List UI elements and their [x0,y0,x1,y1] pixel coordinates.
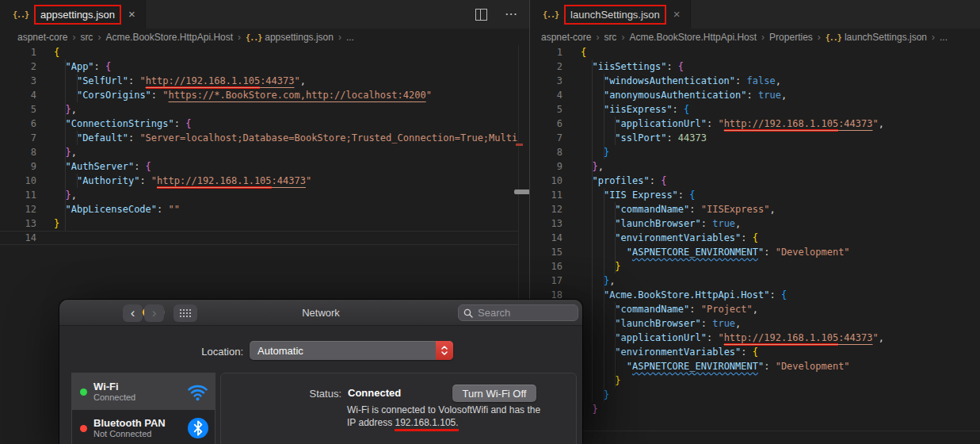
code-token: : [741,346,752,358]
line-number: 17 [530,274,562,288]
line-number: 8 [530,145,562,159]
line-number: 9 [530,159,562,174]
code-token: "launchBrowser" [615,318,700,329]
service-row-bluetooth-pan[interactable]: Bluetooth PANNot Connected [72,410,215,444]
code-token: , [71,189,77,201]
line-number: 3 [0,74,36,88]
search-input[interactable] [476,306,573,320]
code-token: } [592,161,597,172]
code-line: 4 "CorsOrigins": "https://*.BookStore.co… [0,88,529,102]
service-row-wi-fi[interactable]: Wi-FiConnected [72,373,215,410]
search-field[interactable] [458,304,578,321]
code-token: { [753,232,758,243]
service-status: Not Connected [93,429,185,439]
back-button[interactable]: ‹ [123,304,143,322]
code-editor-left[interactable]: 1{2 "App": {3 "SelfUrl": "http://192.168… [0,45,529,245]
more-actions-icon[interactable]: ⋯ [505,10,518,18]
line-number: 2 [0,59,36,74]
code-line: 5 }, [0,102,529,117]
breadcrumb-item[interactable]: src [80,32,93,43]
code-line: 3 "windowsAuthentication": false, [530,74,980,88]
code-token: ASPNETCORE_ENVIRONMENT [632,247,758,258]
breadcrumb-item[interactable]: aspnet-core [541,32,591,43]
breadcrumb-file[interactable]: appsettings.json [265,32,334,43]
code-token: } [592,404,597,415]
location-dropdown[interactable]: Automatic [250,341,453,360]
code-token: , [300,75,306,86]
line-number: 1 [0,45,36,59]
tab-label: appsettings.json [40,9,115,21]
network-window: ‹ › Network Location: Automatic Wi-FiCon… [59,300,582,444]
chevron-right-icon: › [757,32,769,43]
code-token: , [769,204,775,215]
code-token: "windowsAuthentication" [604,75,735,86]
code-editor-right[interactable]: 1{2 "iisSettings": {3 "windowsAuthentica… [530,45,980,416]
code-line: 11 "IIS Express": { [530,188,980,202]
code-token [581,232,615,243]
close-icon[interactable]: × [673,9,681,20]
code-token: : [747,90,758,101]
status-dot [80,388,87,396]
breadcrumb-tail[interactable]: ... [940,32,948,43]
ip-address-annotated: 192.168.1.105. [395,417,458,431]
code-token: } [65,189,71,201]
line-number: 9 [0,159,36,174]
breadcrumb-item[interactable]: Acme.BookStore.HttpApi.Host [629,32,757,43]
code-line: 12 "AbpLicenseCode": "" [0,202,529,216]
split-editor-icon[interactable] [475,9,487,21]
line-number: 7 [0,131,36,145]
code-token: "Acme.BookStore.HttpApi.Host" [604,289,770,300]
breadcrumb-item[interactable]: Properties [769,32,813,43]
code-token [581,104,604,115]
tab-appsettings[interactable]: {..} appsettings.json × [0,0,146,29]
code-line: 13} [0,216,529,231]
status-panel: Status: Connected Turn Wi-Fi Off Wi-Fi i… [220,373,577,444]
code-token: "ConnectionStrings" [65,118,174,129]
show-all-grid-button[interactable] [174,304,197,322]
line-number: 13 [530,216,562,231]
wifi-icon [187,383,208,401]
close-icon[interactable]: × [128,9,135,20]
stepper-icon [436,341,453,360]
code-line: 15 "ASPNETCORE_ENVIRONMENT": "Developmen… [530,245,980,259]
code-token: ASPNETCORE_ENVIRONMENT [632,361,758,372]
code-line: 8 }, [0,145,529,159]
code-token [581,61,592,72]
tabbar-left: {..} appsettings.json × ⋯ [0,0,529,29]
code-token: " [426,90,432,101]
breadcrumb-file[interactable]: launchSettings.json [845,32,927,43]
location-label: Location: [59,346,243,358]
json-file-icon: {..} [826,33,841,42]
code-token: : [666,61,677,72]
code-token: "applicationUrl" [615,118,707,129]
scrollbar-thumb[interactable] [514,189,529,194]
line-number: 14 [530,231,562,245]
code-line: 21 "applicationUrl": "http://192.168.1.1… [530,331,980,345]
line-number: 16 [530,259,562,274]
code-token [581,318,615,329]
breadcrumb-item[interactable]: Acme.BookStore.HttpApi.Host [105,32,233,43]
breadcrumb-item[interactable]: src [604,32,616,43]
breadcrumb-item[interactable]: aspnet-core [17,32,67,43]
status-dot [80,425,87,432]
status-value: Connected [348,387,401,399]
code-token [581,75,604,86]
code-token: "Authority" [77,175,139,186]
window-titlebar[interactable]: ‹ › Network [59,300,582,326]
code-token [54,118,65,129]
overview-ruler-mark [516,144,523,146]
breadcrumb-tail[interactable]: ... [346,32,354,43]
code-line: 9 "AuthServer": { [0,159,529,174]
turn-wifi-off-button[interactable]: Turn Wi-Fi Off [452,385,536,402]
code-token: , [598,161,604,172]
code-line: 25 } [530,388,980,402]
code-token: "IIS Express" [604,189,678,201]
code-token: : [666,132,677,144]
line-number: 4 [530,88,562,102]
forward-button[interactable]: › [144,304,164,322]
tab-launchsettings[interactable]: {..} launchSettings.json × [530,0,691,29]
code-line: 1{ [530,45,980,59]
code-token: { [661,175,666,186]
code-line: 24 } [530,373,980,388]
code-token: } [65,104,71,115]
